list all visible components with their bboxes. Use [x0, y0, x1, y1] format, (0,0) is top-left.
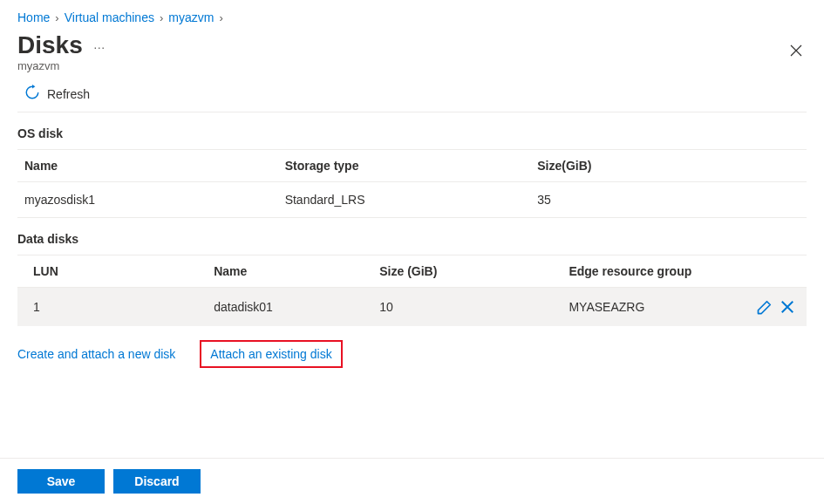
col-size: Size (GiB)	[372, 255, 562, 288]
breadcrumb-myazvm[interactable]: myazvm	[168, 10, 214, 24]
bottom-bar: Save Discard	[0, 458, 824, 504]
col-lun: LUN	[17, 255, 207, 288]
chevron-right-icon: ›	[55, 11, 58, 24]
refresh-button[interactable]: Refresh	[24, 85, 90, 103]
os-disk-name: myazosdisk1	[17, 182, 278, 218]
os-disk-storage-type: Standard_LRS	[278, 182, 531, 218]
data-disks-table: LUN Name Size (GiB) Edge resource group …	[17, 255, 807, 326]
refresh-icon	[24, 85, 40, 103]
data-disk-name: datadisk01	[207, 288, 372, 327]
col-name: Name	[207, 255, 372, 288]
col-edge-resource-group: Edge resource group	[562, 255, 807, 288]
page-title: Disks	[17, 31, 83, 59]
table-row[interactable]: 1 datadisk01 10 MYASEAZRG	[17, 288, 807, 327]
save-button[interactable]: Save	[17, 469, 105, 494]
breadcrumb-virtual-machines[interactable]: Virtual machines	[65, 10, 154, 24]
table-row: myazosdisk1 Standard_LRS 35	[17, 182, 807, 218]
attach-existing-disk-link[interactable]: Attach an existing disk	[200, 340, 342, 368]
breadcrumb-home[interactable]: Home	[17, 10, 50, 24]
refresh-label: Refresh	[47, 87, 90, 101]
data-disks-section-title: Data disks	[17, 232, 807, 246]
col-name: Name	[17, 150, 278, 182]
data-disk-size: 10	[372, 288, 562, 327]
data-disk-lun: 1	[17, 288, 207, 327]
breadcrumb: Home › Virtual machines › myazvm ›	[0, 0, 824, 31]
os-disk-table: Name Storage type Size(GiB) myazosdisk1 …	[17, 149, 807, 218]
col-storage-type: Storage type	[278, 150, 531, 182]
close-icon[interactable]	[786, 40, 807, 65]
chevron-right-icon: ›	[160, 11, 163, 24]
edit-icon[interactable]	[756, 298, 773, 316]
col-size: Size(GiB)	[530, 150, 807, 182]
delete-icon[interactable]	[779, 298, 796, 316]
page-subtitle: myazvm	[17, 59, 106, 72]
chevron-right-icon: ›	[219, 11, 222, 24]
more-menu-icon[interactable]: …	[93, 37, 106, 53]
discard-button[interactable]: Discard	[113, 469, 201, 494]
os-disk-size: 35	[530, 182, 807, 218]
os-disk-section-title: OS disk	[17, 126, 807, 140]
data-disk-erg: MYASEAZRG	[569, 300, 644, 314]
create-attach-new-disk-link[interactable]: Create and attach a new disk	[17, 347, 175, 361]
